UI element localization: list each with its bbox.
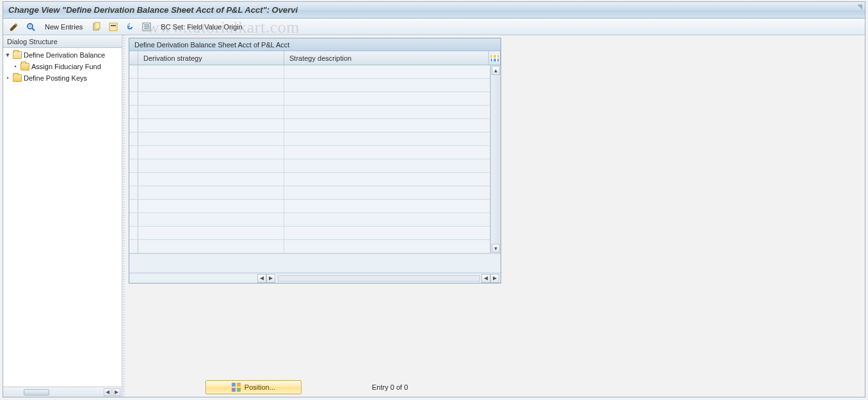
table-row[interactable] (129, 92, 490, 106)
cell-strategy-description[interactable] (284, 79, 490, 92)
cell-strategy-description[interactable] (284, 65, 490, 78)
cell-strategy-description[interactable] (284, 227, 490, 239)
cell-derivation-strategy[interactable] (138, 213, 284, 226)
sidebar-horizontal-scrollbar[interactable]: ◀ ▶ (3, 387, 122, 397)
copy-button[interactable] (90, 20, 104, 33)
row-selector[interactable] (129, 146, 138, 159)
table-row[interactable] (129, 65, 490, 79)
toggle-change-button[interactable] (7, 20, 21, 33)
scrollbar-track[interactable] (491, 76, 501, 243)
cell-derivation-strategy[interactable] (138, 240, 284, 253)
row-selector-header[interactable] (129, 51, 138, 65)
cell-derivation-strategy[interactable] (138, 132, 284, 145)
svg-rect-8 (144, 24, 149, 26)
scroll-right-icon[interactable]: ▶ (490, 274, 499, 283)
cell-derivation-strategy[interactable] (138, 200, 284, 212)
undo-button[interactable] (123, 20, 137, 33)
tree-item-define-posting-keys[interactable]: • Define Posting Keys (3, 72, 122, 84)
footer-bar: Position... Entry 0 of 0 (129, 378, 862, 397)
cell-strategy-description[interactable] (284, 186, 490, 199)
row-selector[interactable] (129, 106, 138, 118)
scroll-down-icon[interactable]: ▼ (492, 244, 500, 253)
scroll-right-icon[interactable]: ▶ (266, 274, 275, 283)
row-selector[interactable] (129, 227, 138, 239)
new-entries-label: New Entries (45, 23, 83, 31)
table-row[interactable] (129, 106, 490, 119)
scrollbar-thumb[interactable] (24, 389, 49, 396)
table-row[interactable] (129, 227, 490, 240)
scroll-left-icon[interactable]: ◀ (257, 274, 266, 283)
display-button[interactable] (24, 20, 38, 33)
table-row[interactable] (129, 200, 490, 213)
row-selector[interactable] (129, 79, 138, 92)
cell-strategy-description[interactable] (284, 213, 490, 226)
column-header-derivation-strategy[interactable]: Derivation strategy (138, 51, 284, 65)
configure-columns-button[interactable] (489, 51, 501, 65)
row-selector[interactable] (129, 65, 138, 78)
tree-label: Assign Fiduciary Fund (31, 63, 101, 70)
cell-derivation-strategy[interactable] (138, 159, 284, 172)
table-row[interactable] (129, 240, 490, 253)
cell-derivation-strategy[interactable] (138, 106, 284, 118)
bc-set-button[interactable]: BC Set: Field Value Origin (156, 20, 247, 33)
cell-derivation-strategy[interactable] (138, 186, 284, 199)
row-selector[interactable] (129, 92, 138, 105)
table-row[interactable] (129, 79, 490, 92)
dialog-structure-header: Dialog Structure (3, 35, 122, 48)
cell-derivation-strategy[interactable] (138, 119, 284, 132)
table-horizontal-scrollbar[interactable]: ◀ ▶ ◀ ▶ (129, 273, 501, 283)
table-header-row: Derivation strategy Strategy description (129, 51, 501, 65)
cell-derivation-strategy[interactable] (138, 92, 284, 105)
column-header-strategy-description[interactable]: Strategy description (284, 51, 489, 65)
table-row[interactable] (129, 132, 490, 146)
cell-strategy-description[interactable] (284, 173, 490, 186)
row-selector[interactable] (129, 240, 138, 253)
cell-derivation-strategy[interactable] (138, 227, 284, 239)
scroll-up-icon[interactable]: ▲ (492, 66, 500, 75)
svg-rect-10 (144, 28, 149, 29)
cell-derivation-strategy[interactable] (138, 146, 284, 159)
cell-strategy-description[interactable] (284, 119, 490, 132)
cell-derivation-strategy[interactable] (138, 79, 284, 92)
cell-strategy-description[interactable] (284, 146, 490, 159)
cell-strategy-description[interactable] (284, 132, 490, 145)
row-selector[interactable] (129, 186, 138, 199)
cell-strategy-description[interactable] (284, 92, 490, 105)
row-selector[interactable] (129, 132, 138, 145)
tree-item-define-derivation[interactable]: ▼ Define Derivation Balance (3, 49, 122, 61)
cell-derivation-strategy[interactable] (138, 173, 284, 186)
cell-derivation-strategy[interactable] (138, 65, 284, 78)
table-row[interactable] (129, 146, 490, 159)
table-row[interactable] (129, 213, 490, 227)
cell-strategy-description[interactable] (284, 200, 490, 212)
row-selector[interactable] (129, 213, 138, 226)
cell-strategy-description[interactable] (284, 106, 490, 118)
dialog-structure-tree[interactable]: ▼ Define Derivation Balance • Assign Fid… (3, 48, 122, 387)
position-button[interactable]: Position... (205, 380, 301, 394)
table-row[interactable] (129, 119, 490, 132)
table-vertical-scrollbar[interactable]: ▲ ▼ (490, 65, 501, 253)
tree-item-assign-fiduciary[interactable]: • Assign Fiduciary Fund (3, 61, 122, 72)
cell-strategy-description[interactable] (284, 240, 490, 253)
row-selector[interactable] (129, 119, 138, 132)
scroll-right-icon[interactable]: ▶ (113, 388, 120, 396)
select-all-button[interactable] (140, 20, 154, 33)
scrollbar-track[interactable] (278, 275, 480, 282)
expand-icon[interactable]: ▼ (4, 52, 11, 58)
row-selector[interactable] (129, 173, 138, 186)
cell-strategy-description[interactable] (284, 159, 490, 172)
new-entries-button[interactable]: New Entries (40, 20, 87, 33)
table-body: ▲ ▼ (129, 65, 501, 253)
dialog-structure-panel: Dialog Structure ▼ Define Derivation Bal… (3, 35, 122, 397)
table-row[interactable] (129, 173, 490, 186)
row-selector[interactable] (129, 200, 138, 212)
table-footer-gap (129, 253, 501, 273)
scroll-left-icon[interactable]: ◀ (104, 388, 111, 396)
scroll-left-icon[interactable]: ◀ (481, 274, 490, 283)
table-row[interactable] (129, 159, 490, 173)
main-panel: Define Derivation Balance Sheet Acct of … (125, 35, 865, 397)
table-row[interactable] (129, 186, 490, 200)
delete-button[interactable] (106, 20, 120, 33)
window-title: Change View "Define Derivation Balance S… (8, 5, 298, 15)
row-selector[interactable] (129, 159, 138, 172)
